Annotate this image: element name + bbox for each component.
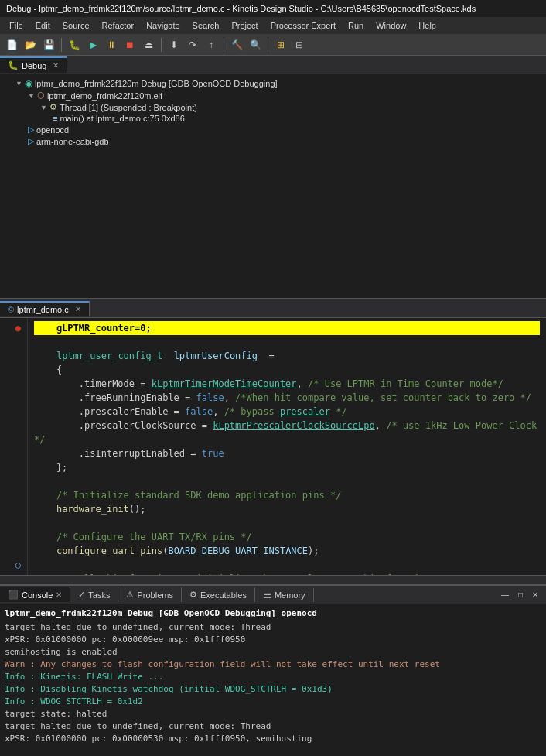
console-line-1: xPSR: 0x01000000 pc: 0x000009ee msp: 0x1… [5,634,541,646]
code-area[interactable]: gLPTMR_counter=0; lptmr_user_config_t lp… [28,318,546,575]
tb-open[interactable]: 📂 [22,36,39,53]
tb-stop[interactable]: ⏹ [121,36,138,53]
tb-build[interactable]: 🔨 [228,36,245,53]
ln-14 [6,502,21,516]
ln-4 [6,363,21,377]
debug-tab-label: Debug [22,61,46,70]
menu-navigate[interactable]: Navigate [140,19,186,32]
bottom-tab-memory[interactable]: 🗃 Memory [255,588,314,602]
ln-3 [6,349,21,363]
ln-7 [6,405,21,419]
console-line-3: Warn : Any changes to flash configuratio… [5,659,541,671]
editor-content: ● ○ [0,318,546,575]
panel-close[interactable]: ✕ [527,589,543,600]
ln-10 [6,446,21,460]
menu-run[interactable]: Run [342,19,370,32]
menu-project[interactable]: Project [225,19,264,32]
tb-sep2 [161,38,162,52]
tree-icon-4: ▷ [28,125,34,135]
tb-suspend[interactable]: ⏸ [103,36,120,53]
tb-step-over[interactable]: ↷ [184,36,201,53]
menu-edit[interactable]: Edit [29,19,56,32]
code-line-userconfig: lptmr_user_config_t lptmrUserConfig = [34,349,540,363]
menu-search[interactable]: Search [186,19,226,32]
tb-debug[interactable]: 🐛 [66,36,83,53]
bottom-tab-tasks[interactable]: ✓ Tasks [70,587,118,602]
bottom-panel-btns: — □ ✕ [497,589,546,600]
bottom-tab-executables[interactable]: ⚙ Executables [182,587,255,602]
tb-new[interactable]: 📄 [3,36,20,53]
code-fn-uartpins: configure_uart_pins [56,546,162,556]
debug-tree: ▼ ◉ lptmr_demo_frdmk22f120m Debug [GDB O… [0,74,546,298]
tb-save[interactable]: 💾 [40,36,57,53]
code-link-prescaler[interactable]: prescaler [280,406,330,417]
code-line-freerunning: .freeRunningEnable = false, /*When hit c… [34,391,540,405]
code-line-timermode: .timerMode = kLptmrTimerModeTimeCounter,… [34,377,540,391]
code-var-counter: gLPTMR_counter [56,323,135,334]
code-comment-sdk-pins: /* Initialize standard SDK demo applicat… [34,490,341,501]
code-fn-hwinit: hardware_init [56,504,129,515]
menu-processor-expert[interactable]: Processor Expert [264,19,342,32]
tb-views[interactable]: ⊟ [291,36,308,53]
tree-item-1[interactable]: ▼ ⬡ lptmr_demo_frdmk22f120m.elf [3,90,543,101]
code-comment-timermode: /* Use LPTMR in Time Counter mode*/ [308,378,503,389]
code-line-hw-init: hardware_init(); [34,502,540,516]
ln-9 [6,433,21,446]
debug-tab[interactable]: 🐛 Debug ✕ [0,56,67,73]
console-tab-label: Console [22,590,53,600]
code-type-lptmr: lptmr_user_config_t [56,351,162,361]
ln-13 [6,488,21,502]
main-container: 🐛 Debug ✕ ▼ ◉ lptmr_demo_frdmk22f120m De… [0,56,546,756]
editor-tab-bar: © lptmr_demo.c ✕ [0,299,546,318]
code-blank-3 [34,516,540,530]
code-kw-false1: false [196,392,224,403]
code-line-brace: { [34,363,540,377]
code-comment-uart: /* Configure the UART TX/RX pins */ [34,530,540,544]
editor-file-icon: © [8,305,14,314]
menu-refactor[interactable]: Refactor [96,19,141,32]
ln-11 [6,460,21,474]
menu-file[interactable]: File [3,19,29,32]
ln-5 [6,377,21,391]
code-line-interrupt: .isInterruptEnabled = true [34,446,540,460]
debug-tab-icon: 🐛 [8,60,19,70]
debug-tab-close[interactable]: ✕ [53,61,59,70]
bottom-tab-problems[interactable]: ⚠ Problems [118,587,181,602]
title-bar: Debug - lptmr_demo_frdmk22f120m/source/l… [0,0,546,17]
menu-window[interactable]: Window [370,19,412,32]
code-var-userconfig: lptmrUserConfig [174,351,258,361]
tb-search[interactable]: 🔍 [247,36,264,53]
editor-tab[interactable]: © lptmr_demo.c ✕ [0,301,90,316]
tree-label-1: lptmr_demo_frdmk22f120m.elf [47,91,162,101]
editor-tab-close[interactable]: ✕ [75,305,81,313]
tree-item-4[interactable]: ▷ openocd [3,124,543,135]
tree-label-5: arm-none-eabi-gdb [36,137,109,146]
panel-minimize[interactable]: — [497,589,514,600]
console-line-8: target halted due to undefined, current … [5,720,541,733]
tree-label-0: lptmr_demo_frdmk22f120m Debug [GDB OpenO… [35,79,278,88]
tb-run[interactable]: ▶ [84,36,101,53]
tree-icon-2: ⚙ [49,102,57,112]
tb-disconnect[interactable]: ⏏ [140,36,157,53]
menu-help[interactable]: Help [412,19,442,32]
bottom-tab-console[interactable]: ⬛ Console ✕ [0,587,70,602]
tb-step-return[interactable]: ↑ [203,36,220,53]
console-tab-close[interactable]: ✕ [56,590,62,599]
tree-item-0[interactable]: ▼ ◉ lptmr_demo_frdmk22f120m Debug [GDB O… [3,77,543,90]
tb-perspectives[interactable]: ⊞ [272,36,289,53]
tb-step-into[interactable]: ⬇ [166,36,183,53]
menu-source[interactable]: Source [56,19,96,32]
code-link-clocksource[interactable]: kLptmrPrescalerClockSourceLpo [213,420,375,431]
panel-maximize[interactable]: □ [514,589,527,600]
ln-8 [6,419,21,433]
code-comment-prescaler: /* bypass prescaler */ [224,406,347,417]
tree-arrow-1: ▼ [28,92,35,100]
tree-item-3[interactable]: ≡ main() at lptmr_demo.c:75 0xd86 [3,113,543,124]
code-link-timermode[interactable]: kLptmrTimerModeTimeCounter [152,378,297,389]
tree-item-2[interactable]: ▼ ⚙ Thread [1] (Suspended : Breakpoint) [3,101,543,113]
tree-label-3: main() at lptmr_demo.c:75 0xd86 [60,114,184,123]
editor-scrollbar-h[interactable] [0,575,546,584]
tree-label-2: Thread [1] (Suspended : Breakpoint) [60,103,197,112]
ln-6 [6,391,21,405]
tree-item-5[interactable]: ▷ arm-none-eabi-gdb [3,135,543,147]
